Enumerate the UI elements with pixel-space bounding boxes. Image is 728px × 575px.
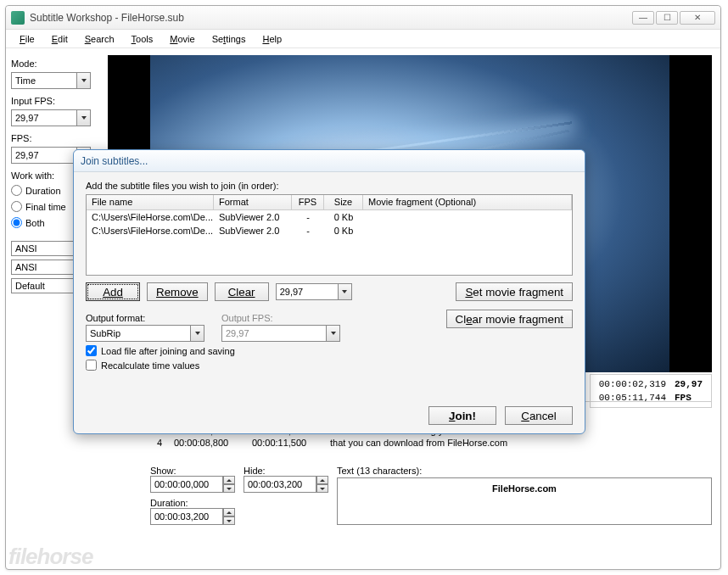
input-fps-combo[interactable]: 29,97 <box>11 109 91 126</box>
close-button[interactable]: ✕ <box>680 11 715 25</box>
chevron-down-icon <box>190 326 204 341</box>
list-item: 4 00:00:08,800 00:00:11,500 that you can… <box>150 437 712 449</box>
join-button[interactable]: Join! <box>428 406 496 425</box>
menu-tools[interactable]: Tools <box>125 32 160 46</box>
chevron-down-icon[interactable] <box>223 516 235 525</box>
chevron-down-icon <box>326 326 339 341</box>
hide-input[interactable]: 00:00:03,200 <box>244 476 328 493</box>
clear-fragment-button[interactable]: Clear movie fragment <box>446 310 573 328</box>
output-fps-combo: 29,97 <box>221 325 340 342</box>
menubar: File Edit Search Tools Movie Settings He… <box>6 30 720 48</box>
duration-label: Duration: <box>150 498 328 508</box>
menu-search[interactable]: Search <box>78 32 121 46</box>
join-dialog: Join subtitles... Add the subtitle files… <box>73 149 585 434</box>
menu-edit[interactable]: Edit <box>45 32 75 46</box>
menu-movie[interactable]: Movie <box>163 32 201 46</box>
menu-settings[interactable]: Settings <box>205 32 253 46</box>
add-button[interactable]: Add <box>86 282 140 301</box>
text-input[interactable]: FileHorse.com <box>337 477 712 525</box>
menu-file[interactable]: File <box>13 32 42 46</box>
show-input[interactable]: 00:00:00,000 <box>150 476 235 493</box>
table-row[interactable]: C:\Users\FileHorse.com\De... SubViewer 2… <box>87 210 572 224</box>
window-title: Subtitle Workshop - FileHorse.sub <box>30 12 632 24</box>
table-header: File name Format FPS Size Movie fragment… <box>87 195 572 210</box>
output-format-combo[interactable]: SubRip <box>86 325 204 342</box>
table-row[interactable]: C:\Users\FileHorse.com\De... SubViewer 2… <box>87 224 572 237</box>
cancel-button[interactable]: Cancel <box>505 406 573 425</box>
hide-label: Hide: <box>244 466 328 476</box>
fps-label: FPS: <box>11 133 91 143</box>
chevron-down-icon <box>338 284 351 299</box>
watermark: filehorse <box>8 544 92 570</box>
dialog-title: Join subtitles... <box>74 150 585 172</box>
chevron-up-icon[interactable] <box>316 476 328 484</box>
chevron-up-icon[interactable] <box>223 476 235 484</box>
load-after-checkbox[interactable]: Load file after joining and saving <box>86 345 573 356</box>
remove-button[interactable]: Remove <box>147 282 208 301</box>
show-label: Show: <box>150 466 235 476</box>
output-fps-label: Output FPS: <box>221 313 340 323</box>
file-list[interactable]: File name Format FPS Size Movie fragment… <box>86 194 573 276</box>
chevron-down-icon[interactable] <box>223 484 235 493</box>
fps-select[interactable]: 29,97 <box>276 283 352 300</box>
editor-panel: Show: 00:00:00,000 Hide: 00:00:03,200 <box>150 462 712 525</box>
input-fps-label: Input FPS: <box>11 96 91 106</box>
output-format-label: Output format: <box>86 313 204 323</box>
app-icon <box>11 11 25 25</box>
menu-help[interactable]: Help <box>255 32 288 46</box>
clear-button[interactable]: Clear <box>215 282 269 301</box>
chevron-down-icon <box>76 110 90 126</box>
chevron-up-icon[interactable] <box>223 508 235 516</box>
maximize-button[interactable]: ☐ <box>656 11 678 25</box>
set-fragment-button[interactable]: Set movie fragment <box>456 282 573 301</box>
mode-combo[interactable]: Time <box>11 72 91 89</box>
text-label: Text (13 characters): <box>337 466 712 476</box>
mode-label: Mode: <box>11 59 91 69</box>
duration-input[interactable]: 00:00:03,200 <box>150 508 328 525</box>
chevron-down-icon <box>76 73 90 88</box>
chevron-down-icon[interactable] <box>316 484 328 493</box>
dialog-instruction: Add the subtitle files you wish to join … <box>86 181 573 191</box>
recalc-checkbox[interactable]: Recalculate time values <box>86 360 573 371</box>
titlebar: Subtitle Workshop - FileHorse.sub — ☐ ✕ <box>6 6 720 30</box>
minimize-button[interactable]: — <box>632 11 654 25</box>
